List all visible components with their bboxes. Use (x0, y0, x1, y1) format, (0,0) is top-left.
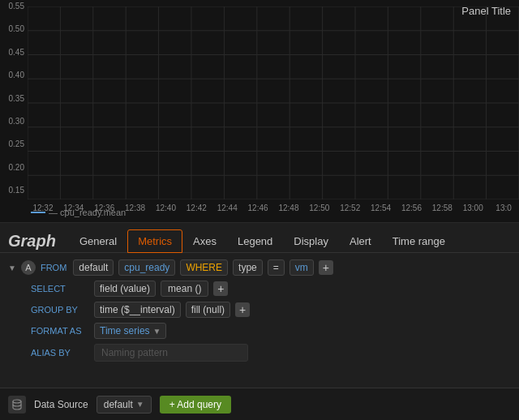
group-by-add-button[interactable]: + (235, 302, 250, 317)
y-axis: 0.55 0.50 0.45 0.40 0.35 0.30 0.25 0.20 … (0, 0, 28, 196)
y-label-4: 0.35 (9, 94, 24, 103)
data-source-select[interactable]: default ▼ (97, 396, 152, 414)
query-letter: A (21, 260, 36, 275)
editor-area: Graph General Metrics Axes Legend Displa… (0, 223, 519, 420)
group-by-row: GROUP BY time ($__interval) fill (null) … (8, 302, 511, 318)
format-as-value: Time series (100, 325, 150, 336)
x-label-13: 12:58 (427, 204, 457, 212)
select-row: SELECT field (value) mean () + (8, 281, 511, 297)
tab-metrics[interactable]: Metrics (127, 229, 182, 253)
x-label-5: 12:42 (181, 204, 212, 212)
x-label-11: 12:54 (366, 204, 397, 212)
query-editor: ▼ A FROM default cpu_ready WHERE type = … (0, 253, 519, 373)
y-label-3: 0.40 (9, 71, 24, 79)
tab-alert[interactable]: Alert (339, 229, 382, 253)
x-label-9: 12:50 (304, 204, 335, 212)
x-label-15: 13:0 (488, 204, 519, 212)
x-label-14: 13:00 (457, 204, 488, 212)
group-by-label: GROUP BY (31, 305, 89, 315)
x-label-6: 12:44 (212, 204, 242, 212)
alias-by-row: ALIAS BY (8, 344, 511, 362)
select-add-button[interactable]: + (213, 281, 228, 296)
chart-area: Panel Title 0.55 0.50 0.45 0.40 0.35 0.3… (0, 0, 519, 223)
format-as-arrow: ▼ (153, 327, 161, 336)
legend-text: — cpu_ready.mean (49, 208, 126, 217)
svg-point-25 (13, 400, 21, 403)
select-field[interactable]: field (value) (94, 281, 156, 297)
from-metric[interactable]: cpu_ready (118, 259, 175, 276)
editor-header: Graph General Metrics Axes Legend Displa… (0, 223, 519, 253)
chart-svg (28, 6, 519, 199)
y-label-5: 0.30 (9, 117, 24, 126)
select-label: SELECT (31, 284, 89, 294)
from-label: FROM (41, 263, 66, 272)
from-default[interactable]: default (73, 259, 114, 276)
y-label-2: 0.45 (9, 48, 24, 57)
chart-legend: — cpu_ready.mean (31, 208, 126, 217)
group-by-time[interactable]: time ($__interval) (94, 302, 181, 318)
x-label-4: 12:40 (151, 204, 182, 212)
chart-grid (28, 6, 519, 199)
collapse-arrow[interactable]: ▼ (8, 264, 16, 272)
tab-legend[interactable]: Legend (227, 229, 283, 253)
format-as-row: FORMAT AS Time series ▼ (8, 323, 511, 339)
database-icon[interactable] (8, 396, 26, 414)
y-label-7: 0.20 (9, 163, 24, 172)
tab-axes[interactable]: Axes (182, 229, 227, 253)
add-query-button[interactable]: + Add query (160, 396, 231, 414)
x-label-8: 12:48 (273, 204, 304, 212)
tab-time-range[interactable]: Time range (382, 229, 456, 253)
data-source-arrow: ▼ (136, 400, 144, 409)
data-source-label: Data Source (34, 399, 88, 410)
where-add-button[interactable]: + (319, 260, 333, 275)
where-op[interactable]: = (268, 259, 285, 276)
x-label-10: 12:52 (335, 204, 366, 212)
editor-title: Graph (8, 232, 56, 251)
y-label-6: 0.25 (9, 139, 24, 148)
alias-by-label: ALIAS BY (31, 348, 89, 358)
y-label-1: 0.50 (9, 24, 24, 33)
format-as-select[interactable]: Time series ▼ (94, 323, 166, 339)
x-label-7: 12:46 (242, 204, 273, 212)
where-val[interactable]: vm (290, 259, 314, 276)
x-label-12: 12:56 (397, 204, 427, 212)
y-label-8: 0.15 (9, 186, 24, 195)
bottom-bar: Data Source default ▼ + Add query (0, 388, 519, 420)
select-func[interactable]: mean () (161, 281, 208, 297)
where-key[interactable]: type (233, 259, 263, 276)
from-row: ▼ A FROM default cpu_ready WHERE type = … (8, 259, 511, 276)
alias-by-input[interactable] (94, 344, 248, 362)
group-by-fill[interactable]: fill (null) (186, 302, 230, 318)
y-label-0: 0.55 (9, 2, 24, 11)
where-label[interactable]: WHERE (180, 259, 228, 276)
legend-color (31, 212, 45, 213)
data-source-value: default (104, 399, 133, 410)
format-as-label: FORMAT AS (31, 326, 89, 336)
tab-display[interactable]: Display (283, 229, 339, 253)
tab-general[interactable]: General (69, 229, 127, 253)
